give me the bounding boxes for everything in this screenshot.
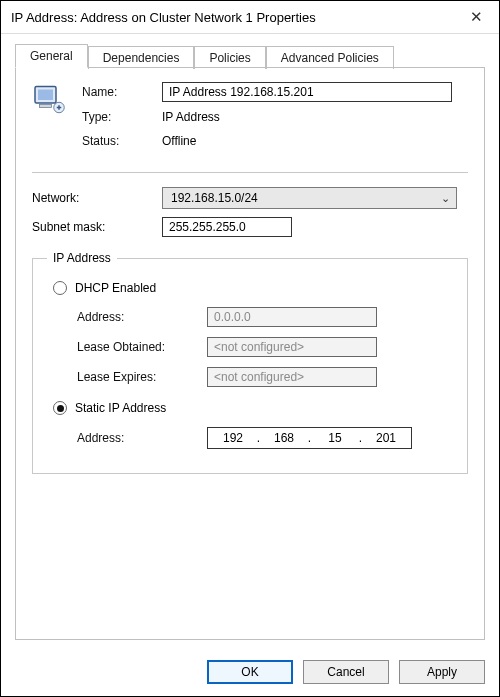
ip-octet-4[interactable]: [369, 430, 403, 446]
dhcp-radio-row[interactable]: DHCP Enabled: [53, 281, 453, 295]
status-label: Status:: [82, 134, 162, 148]
static-radio-label: Static IP Address: [75, 401, 166, 415]
svg-rect-1: [38, 90, 53, 101]
dhcp-radio-label: DHCP Enabled: [75, 281, 156, 295]
lease-expires-label: Lease Expires:: [77, 370, 207, 384]
tab-page-general: Name: Type: IP Address Status: Offline N…: [15, 67, 485, 640]
dhcp-address-label: Address:: [77, 310, 207, 324]
ok-button[interactable]: OK: [207, 660, 293, 684]
window-title: IP Address: Address on Cluster Network 1…: [11, 10, 316, 25]
chevron-down-icon: ⌄: [441, 192, 450, 205]
network-selected-value: 192.168.15.0/24: [171, 191, 258, 205]
close-button[interactable]: ✕: [449, 7, 489, 27]
network-select[interactable]: 192.168.15.0/24 ⌄: [162, 187, 457, 209]
lease-obtained-label: Lease Obtained:: [77, 340, 207, 354]
dhcp-radio[interactable]: [53, 281, 67, 295]
cancel-button[interactable]: Cancel: [303, 660, 389, 684]
type-value: IP Address: [162, 108, 220, 126]
tab-policies[interactable]: Policies: [194, 46, 265, 69]
resource-icon-cell: [32, 82, 82, 156]
name-input[interactable]: [162, 82, 452, 102]
lease-expires-value: [207, 367, 377, 387]
separator: [32, 172, 468, 173]
dialog-window: IP Address: Address on Cluster Network 1…: [0, 0, 500, 697]
ip-address-group: IP Address DHCP Enabled Address: Lease O…: [32, 251, 468, 474]
status-value: Offline: [162, 132, 196, 150]
dialog-buttons: OK Cancel Apply: [1, 650, 499, 696]
type-label: Type:: [82, 110, 162, 124]
dhcp-address-value: [207, 307, 377, 327]
tab-strip: General Dependencies Policies Advanced P…: [15, 44, 485, 68]
ip-address-legend: IP Address: [47, 251, 117, 265]
content-area: General Dependencies Policies Advanced P…: [1, 34, 499, 650]
computer-icon: [32, 82, 68, 121]
ip-octet-1[interactable]: [216, 430, 250, 446]
subnet-mask-label: Subnet mask:: [32, 220, 162, 234]
ip-octet-2[interactable]: [267, 430, 301, 446]
tab-general[interactable]: General: [15, 44, 88, 68]
svg-rect-2: [40, 105, 52, 108]
static-address-label: Address:: [77, 431, 207, 445]
subnet-mask-input[interactable]: [162, 217, 292, 237]
network-label: Network:: [32, 191, 162, 205]
apply-button[interactable]: Apply: [399, 660, 485, 684]
static-radio[interactable]: [53, 401, 67, 415]
svg-rect-5: [58, 105, 60, 110]
tab-advanced-policies[interactable]: Advanced Policies: [266, 46, 394, 69]
titlebar: IP Address: Address on Cluster Network 1…: [1, 1, 499, 34]
static-ip-input[interactable]: . . .: [207, 427, 412, 449]
ip-octet-3[interactable]: [318, 430, 352, 446]
name-label: Name:: [82, 85, 162, 99]
tab-dependencies[interactable]: Dependencies: [88, 46, 195, 69]
lease-obtained-value: [207, 337, 377, 357]
static-radio-row[interactable]: Static IP Address: [53, 401, 453, 415]
close-icon: ✕: [470, 8, 483, 25]
